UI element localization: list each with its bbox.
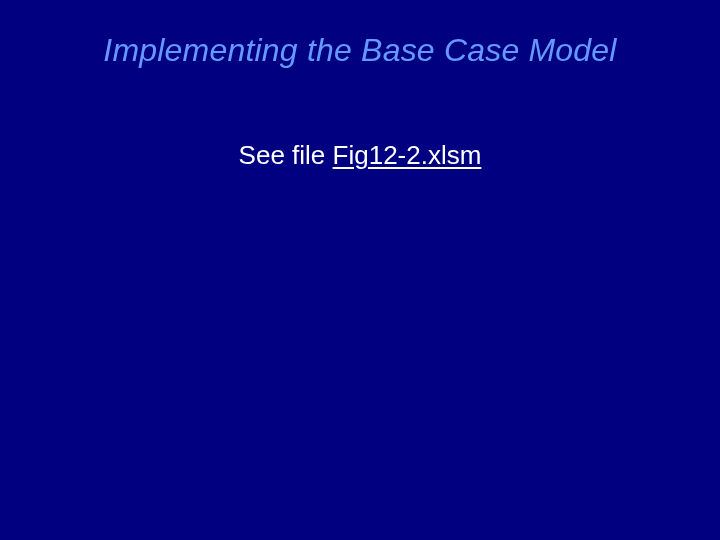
slide-body: See file Fig12-2.xlsm	[0, 140, 720, 171]
slide-title: Implementing the Base Case Model	[0, 32, 720, 69]
file-link[interactable]: Fig12-2.xlsm	[333, 140, 482, 170]
see-file-prefix: See file	[239, 140, 333, 170]
